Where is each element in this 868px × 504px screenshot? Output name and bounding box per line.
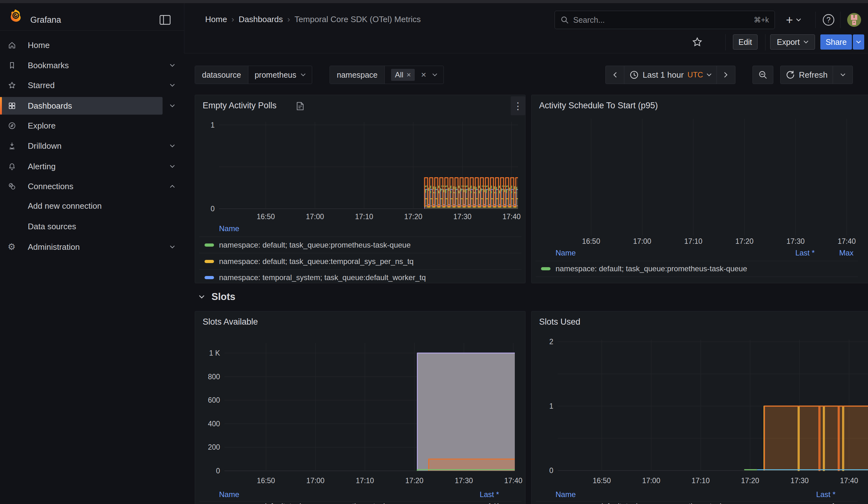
legend-column-name[interactable]: Name <box>556 248 576 257</box>
chip-label: All <box>395 70 403 79</box>
panel-activity-schedule-to-start: Activity Schedule To Start (p95) 16:5017… <box>531 95 868 283</box>
namespace-all-chip[interactable]: All × <box>391 69 415 81</box>
chevron-down-icon <box>199 295 205 299</box>
empty-activity-polls-chart[interactable]: 16:5017:0017:1017:2017:3017:4010 <box>195 95 526 225</box>
zoom-out-button[interactable] <box>753 66 773 84</box>
breadcrumb-current-page: Temporal Core SDK (OTel) Metrics <box>294 14 421 24</box>
chevron-down-icon <box>840 74 845 76</box>
edit-button[interactable]: Edit <box>733 34 757 50</box>
slots-row-header[interactable]: Slots <box>199 289 236 305</box>
legend-row[interactable]: namespace: default; task_queue:prometheu… <box>531 264 868 273</box>
legend-row[interactable]: namespace: default; task_queue:prometheu… <box>531 502 868 504</box>
chip-remove-icon[interactable]: × <box>406 70 411 79</box>
breadcrumb-separator-icon: › <box>283 14 294 24</box>
activity-schedule-to-start-chart[interactable]: 16:5017:0017:1017:2017:3017:40 <box>531 95 868 247</box>
sidebar-item-starred[interactable]: Starred <box>0 76 184 94</box>
search-input[interactable]: Search... ⌘+k <box>555 11 775 29</box>
sidebar-item-bookmarks[interactable]: Bookmarks <box>0 56 184 74</box>
namespace-filter-label: namespace <box>330 66 384 84</box>
favorite-star-icon[interactable] <box>692 37 703 48</box>
time-shift-forward-button[interactable] <box>716 66 735 84</box>
grafana-app: Grafana Home › Dashboards › Temporal Cor… <box>0 0 868 504</box>
dock-menu-toggle-icon[interactable] <box>159 14 171 25</box>
time-shift-back-button[interactable] <box>606 66 624 84</box>
export-button[interactable]: Export <box>770 34 815 50</box>
sidebar-item-data-sources[interactable]: Data sources <box>0 218 184 235</box>
active-item-highlight <box>0 97 163 115</box>
datasource-filter[interactable]: datasource prometheus <box>195 66 312 84</box>
time-range-picker-button[interactable]: Last 1 hour UTC <box>624 66 716 84</box>
sidebar-item-home[interactable]: Home <box>0 36 184 54</box>
series-name[interactable]: namespace: default; task_queue:prometheu… <box>219 240 411 249</box>
sidebar-item-dashboards[interactable]: Dashboards <box>0 97 184 115</box>
sidebar-item-administration[interactable]: ⚙ Administration <box>0 238 184 256</box>
star-icon <box>8 81 17 90</box>
legend-column-max[interactable]: Max <box>825 248 854 257</box>
legend-separator <box>199 501 521 502</box>
svg-text:17:10: 17:10 <box>356 476 374 485</box>
refresh-interval-button[interactable] <box>833 66 852 84</box>
svg-text:17:20: 17:20 <box>741 476 760 485</box>
chevron-down-icon[interactable] <box>170 144 175 147</box>
legend-column-last[interactable]: Last * <box>465 490 499 499</box>
share-button[interactable]: Share <box>820 34 852 50</box>
series-name[interactable]: namespace: default; task_queue:prometheu… <box>219 502 411 504</box>
legend-row[interactable]: namespace: default; task_queue:temporal_… <box>195 257 525 266</box>
slots-available-chart[interactable]: 16:5017:0017:1017:2017:3017:401 K8006004… <box>195 311 526 488</box>
breadcrumb-home[interactable]: Home <box>205 14 227 24</box>
legend-separator <box>536 261 858 261</box>
legend-row[interactable]: namespace: default; task_queue:prometheu… <box>195 240 525 249</box>
sidebar-item-add-new-connection[interactable]: Add new connection <box>0 197 184 215</box>
plus-icon: + <box>786 13 793 27</box>
sidebar-item-label: Drilldown <box>28 141 62 151</box>
chevron-down-icon[interactable] <box>170 165 175 168</box>
legend-column-last[interactable]: Last * <box>802 490 836 499</box>
namespace-filter[interactable]: namespace All × × <box>330 66 444 84</box>
series-name[interactable]: namespace: default; task_queue:prometheu… <box>556 502 747 504</box>
legend-column-name[interactable]: Name <box>556 490 576 499</box>
share-menu-button[interactable] <box>853 34 864 50</box>
sidebar-item-connections[interactable]: Connections <box>0 177 184 195</box>
slots-used-chart[interactable]: 16:5017:0017:1017:2017:3017:40210 <box>531 311 868 488</box>
series-name[interactable]: namespace: temporal_system; task_queue:d… <box>219 273 426 282</box>
header-divider <box>815 12 816 28</box>
datasource-filter-value[interactable]: prometheus <box>248 66 312 84</box>
clear-filter-icon[interactable]: × <box>419 70 428 80</box>
gear-icon: ⚙ <box>8 243 17 251</box>
chevron-down-icon[interactable] <box>170 64 175 67</box>
panel-slots-available: Slots Available 16:5017:0017:1017:2017:3… <box>195 311 526 504</box>
breadcrumb-dashboards[interactable]: Dashboards <box>239 14 283 24</box>
chevron-down-icon <box>796 18 801 21</box>
chevron-up-icon[interactable] <box>170 185 175 188</box>
chevron-down-icon[interactable] <box>170 104 175 107</box>
new-menu-button[interactable]: + <box>786 13 801 27</box>
refresh-button[interactable]: Refresh <box>781 66 833 84</box>
legend-column-name[interactable]: Name <box>219 224 239 233</box>
sidebar-item-alerting[interactable]: Alerting <box>0 157 184 175</box>
chevron-down-icon[interactable] <box>170 245 175 248</box>
sidebar-item-explore[interactable]: Explore <box>0 117 184 134</box>
sidebar-item-label: Explore <box>28 121 55 131</box>
series-name[interactable]: namespace: default; task_queue:prometheu… <box>556 264 747 273</box>
svg-text:17:40: 17:40 <box>840 476 858 485</box>
svg-text:2: 2 <box>549 338 553 346</box>
avatar[interactable] <box>847 13 861 27</box>
legend-separator <box>536 501 858 502</box>
series-name[interactable]: namespace: default; task_queue:temporal_… <box>219 257 413 266</box>
legend-column-name[interactable]: Name <box>219 490 239 499</box>
sidebar-item-drilldown[interactable]: Drilldown <box>0 137 184 155</box>
chevron-down-icon <box>432 74 437 76</box>
legend-row[interactable]: namespace: default; task_queue:prometheu… <box>195 502 525 504</box>
legend-separator <box>199 269 521 270</box>
grafana-logo-icon[interactable] <box>8 8 23 23</box>
svg-text:17:20: 17:20 <box>735 237 754 245</box>
namespace-filter-value[interactable]: All × × <box>384 66 443 84</box>
legend-column-last[interactable]: Last * <box>781 248 815 257</box>
help-button[interactable]: ? <box>822 13 836 27</box>
chevron-down-icon[interactable] <box>170 84 175 87</box>
svg-text:17:30: 17:30 <box>787 237 805 245</box>
legend-row[interactable]: namespace: temporal_system; task_queue:d… <box>195 273 525 282</box>
time-range-controls: Last 1 hour UTC <box>606 66 735 84</box>
bookmark-icon <box>8 61 17 70</box>
sidebar-item-label: Connections <box>28 182 74 192</box>
